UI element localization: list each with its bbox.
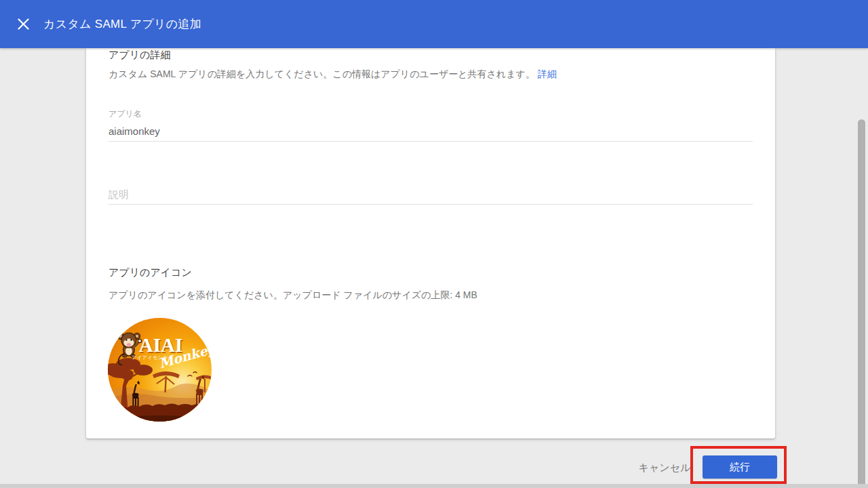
description-input[interactable] — [108, 184, 753, 205]
cancel-button[interactable]: キャンセル — [637, 457, 692, 479]
learn-more-link[interactable]: 詳細 — [538, 68, 557, 79]
app-name-input[interactable] — [108, 121, 753, 142]
bottom-edge-strip — [0, 484, 868, 488]
app-details-description: カスタム SAML アプリの詳細を入力してください。この情報はアプリのユーザーと… — [108, 68, 557, 81]
dialog-header: カスタム SAML アプリの追加 — [0, 0, 868, 48]
dialog-title: カスタム SAML アプリの追加 — [43, 16, 201, 32]
continue-button[interactable]: 続行 — [703, 455, 777, 479]
app-logo-image: AIAI AIAI アイアイモンキー Monkey — [108, 318, 212, 422]
app-icon-heading: アプリのアイコン — [108, 266, 192, 279]
app-details-card: アプリの詳細 カスタム SAML アプリの詳細を入力してください。この情報はアプ… — [86, 48, 775, 439]
description-text: カスタム SAML アプリの詳細を入力してください。この情報はアプリのユーザーと… — [108, 68, 535, 79]
app-details-heading: アプリの詳細 — [108, 49, 170, 62]
vertical-scrollbar-thumb[interactable] — [858, 119, 865, 484]
app-name-label: アプリ名 — [108, 108, 142, 120]
app-icon-instruction: アプリのアイコンを添付してください。アップロード ファイルのサイズの上限: 4 … — [108, 289, 477, 302]
add-saml-app-dialog: カスタム SAML アプリの追加 アプリの詳細 カスタム SAML アプリの詳細… — [0, 0, 868, 488]
close-icon[interactable] — [9, 11, 37, 38]
